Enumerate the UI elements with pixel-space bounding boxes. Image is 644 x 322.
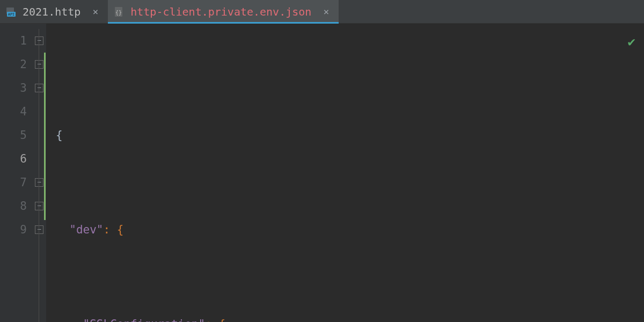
tab-http-client-env[interactable]: {} http-client.private.env.json × — [108, 0, 339, 23]
line-number-gutter: 1 2 3 4 5 6 7 8 9 — [0, 24, 32, 322]
line-number: 2 — [0, 53, 27, 76]
tab-label: http-client.private.env.json — [130, 5, 311, 18]
tab-bar: API 2021.http × {} http-client.private.e… — [0, 0, 644, 24]
line-number: 4 — [0, 100, 27, 123]
fold-toggle-icon[interactable]: − — [35, 202, 43, 210]
code-area[interactable]: ✔ { "dev": { "SSLConfiguration": { "clie… — [46, 24, 644, 322]
line-number: 7 — [0, 171, 27, 194]
tab-2021-http[interactable]: API 2021.http × — [0, 0, 108, 23]
fold-toggle-icon[interactable]: − — [35, 84, 43, 92]
close-icon[interactable]: × — [321, 6, 331, 17]
line-number: 9 — [0, 218, 27, 241]
svg-text:API: API — [8, 12, 15, 17]
line-number: 1 — [0, 29, 27, 53]
tab-label: 2021.http — [23, 5, 80, 18]
code-line: "dev": { — [56, 218, 644, 241]
http-file-icon: API — [5, 6, 17, 18]
code-line: "SSLConfiguration": { — [56, 312, 644, 322]
inspection-ok-icon[interactable]: ✔ — [628, 30, 635, 54]
vcs-change-bar — [44, 53, 46, 220]
fold-toggle-icon[interactable]: − — [35, 36, 43, 45]
close-icon[interactable]: × — [90, 6, 100, 17]
line-number: 6 — [0, 147, 27, 171]
json-file-icon: {} — [113, 6, 125, 18]
code-line: { — [56, 123, 644, 147]
fold-toggle-icon[interactable]: − — [35, 178, 43, 187]
fold-toggle-icon[interactable]: − — [35, 225, 43, 234]
fold-toggle-icon[interactable]: − — [35, 60, 43, 69]
line-number: 5 — [0, 123, 27, 147]
svg-text:{}: {} — [115, 10, 122, 16]
line-number: 8 — [0, 194, 27, 218]
editor[interactable]: 1 2 3 4 5 6 7 8 9 − − − − − − ✔ { "dev":… — [0, 24, 644, 322]
line-number: 3 — [0, 76, 27, 100]
